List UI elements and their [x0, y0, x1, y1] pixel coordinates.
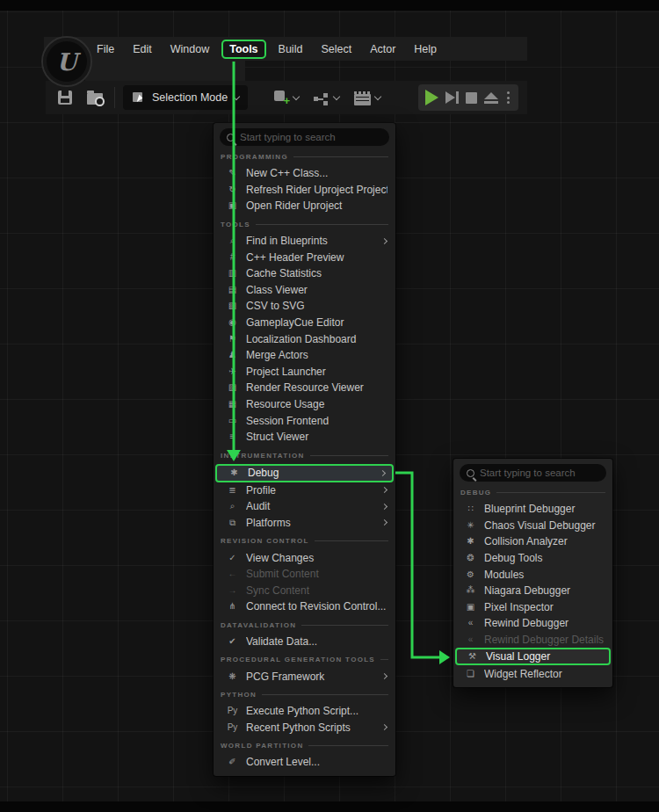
menu-item-pcg-framework[interactable]: ❋PCG Framework — [214, 668, 395, 685]
cinematics-dropdown[interactable] — [351, 84, 384, 111]
debug-submenu-search-input[interactable]: Start typing to search — [460, 464, 606, 482]
menu-item-label: Execute Python Script... — [246, 705, 387, 717]
menubar-item-file[interactable]: File — [97, 43, 114, 55]
menu-item-niagara-debugger[interactable]: ⁂Niagara Debugger — [453, 583, 612, 599]
selection-mode-dropdown[interactable]: Selection Mode — [123, 85, 248, 110]
menu-item-session-frontend[interactable]: ▭Session Frontend — [214, 412, 395, 429]
section-header-python: PYTHON — [221, 689, 388, 700]
menu-item-c-header-preview[interactable]: #C++ Header Preview — [214, 249, 395, 265]
menu-item-project-launcher[interactable]: ✈Project Launcher — [214, 364, 395, 381]
section-header-revision-control: REVISION CONTROL — [221, 535, 388, 547]
unreal-editor-viewport: FileEditWindowToolsBuildSelectActorHelp … — [0, 0, 659, 812]
cpp-header-preview-icon: # — [226, 253, 239, 262]
menu-item-collision-analyzer[interactable]: ✱Collision Analyzer — [453, 533, 612, 550]
menu-item-debug-tools[interactable]: ❂Debug Tools — [453, 550, 612, 567]
menu-item-label: Validate Data... — [246, 635, 387, 648]
menu-item-view-changes[interactable]: ✓View Changes — [214, 549, 395, 566]
menu-item-csv-to-svg[interactable]: ▧CSV to SVG — [214, 298, 395, 315]
frame-skip-button[interactable] — [445, 91, 459, 104]
rider-refresh-icon: ↻ — [226, 185, 239, 194]
menu-item-find-in-blueprints[interactable]: ⌕Find in Blueprints — [214, 233, 395, 250]
more-options-button[interactable] — [505, 91, 511, 104]
section-divider — [308, 745, 388, 746]
menu-item-rewind-debugger-details[interactable]: «Rewind Debugger Details — [453, 632, 612, 649]
menu-item-widget-reflector[interactable]: ❏Widget Reflector — [453, 665, 612, 682]
section-header-programming: PROGRAMMING — [221, 151, 388, 163]
menubar-item-window[interactable]: Window — [170, 43, 209, 55]
section-header-tools: TOOLS — [221, 219, 388, 230]
chevron-down-icon — [293, 92, 300, 99]
save-button[interactable] — [54, 84, 76, 111]
section-divider — [256, 224, 388, 225]
submenu-chevron-icon — [381, 238, 387, 244]
menu-item-label: Collision Analyzer — [484, 535, 605, 547]
menu-item-convert-level[interactable]: ✐Convert Level... — [214, 754, 395, 771]
menu-item-platforms[interactable]: ⧉Platforms — [214, 515, 395, 532]
unreal-engine-logo-icon[interactable]: U — [41, 36, 92, 87]
menu-item-label: Blueprint Debugger — [484, 503, 605, 515]
menu-item-new-c-class[interactable]: ✎New C++ Class... — [214, 165, 395, 182]
menu-item-gameplaycue-editor[interactable]: ◉GameplayCue Editor — [214, 315, 395, 331]
section-divider — [315, 540, 388, 541]
eject-button[interactable] — [484, 92, 498, 104]
menu-item-submit-content[interactable]: ←Submit Content — [214, 566, 395, 583]
menu-item-resource-usage[interactable]: ▦Resource Usage — [214, 396, 395, 413]
menu-item-render-resource-viewer[interactable]: ▨Render Resource Viewer — [214, 380, 395, 396]
menubar-item-tools[interactable]: Tools — [221, 40, 265, 59]
play-button[interactable] — [425, 90, 438, 105]
menu-item-label: Sync Content — [246, 584, 387, 597]
menu-item-pixel-inspector[interactable]: ▣Pixel Inspector — [453, 599, 612, 616]
menu-item-class-viewer[interactable]: ▤Class Viewer — [214, 282, 395, 299]
debug-submenu-panel: Start typing to search DEBUG∷Blueprint D… — [453, 459, 612, 687]
tools-menu-search-input[interactable]: Start typing to search — [220, 128, 389, 146]
section-divider — [496, 492, 605, 493]
menubar-item-actor[interactable]: Actor — [370, 43, 395, 55]
menu-item-open-rider-uproject[interactable]: ▣Open Rider Uproject — [214, 198, 395, 214]
section-header-label: PYTHON — [221, 691, 257, 699]
widget-reflector-icon: ❏ — [464, 670, 477, 678]
menu-item-localization-dashboard[interactable]: ⚑Localization Dashboard — [214, 330, 395, 347]
menubar-item-help[interactable]: Help — [414, 43, 437, 55]
section-divider — [301, 625, 388, 626]
session-frontend-icon: ▭ — [226, 417, 239, 425]
section-header-label: REVISION CONTROL — [221, 537, 309, 545]
menubar-item-build[interactable]: Build — [279, 43, 303, 55]
menu-item-modules[interactable]: ⚙Modules — [453, 566, 612, 583]
menubar-item-edit[interactable]: Edit — [133, 43, 152, 55]
toolbar: Selection Mode + — [46, 81, 527, 114]
menu-item-validate-data[interactable]: ✔Validate Data... — [214, 634, 395, 650]
menu-item-label: GameplayCue Editor — [246, 316, 387, 329]
menu-item-profile[interactable]: ≣Profile — [214, 482, 395, 499]
menu-item-blueprint-debugger[interactable]: ∷Blueprint Debugger — [453, 501, 612, 518]
section-header-instrumentation: INSTRUMENTATION — [221, 450, 388, 461]
platforms-icon: ⧉ — [226, 518, 239, 527]
menu-item-recent-python-scripts[interactable]: PyRecent Python Scripts — [214, 719, 395, 736]
menubar-item-select[interactable]: Select — [321, 43, 351, 55]
menu-item-label: Debug — [248, 467, 373, 479]
menu-item-struct-viewer[interactable]: ≡Struct Viewer — [214, 429, 395, 446]
chevron-down-icon — [233, 92, 240, 99]
menu-item-execute-python-script[interactable]: PyExecute Python Script... — [214, 703, 395, 720]
section-header-datavalidation: DATAVALIDATION — [221, 620, 388, 631]
modules-icon: ⚙ — [464, 570, 477, 579]
submenu-chevron-icon — [381, 487, 387, 493]
submenu-chevron-icon — [380, 469, 386, 475]
menu-item-cache-statistics[interactable]: ▥Cache Statistics — [214, 265, 395, 282]
menu-item-rewind-debugger[interactable]: «Rewind Debugger — [453, 615, 612, 632]
menu-item-refresh-rider-uproject-project[interactable]: ↻Refresh Rider Uproject Project — [214, 182, 395, 199]
menu-item-sync-content[interactable]: →Sync Content — [214, 582, 395, 598]
top-letterbox-bar — [0, 0, 659, 11]
blueprints-dropdown[interactable] — [310, 84, 343, 111]
content-browser-button[interactable] — [83, 84, 106, 111]
section-header-label: PROCEDURAL GENERATION TOOLS — [221, 656, 375, 663]
menu-item-label: Convert Level... — [246, 756, 387, 768]
add-actor-dropdown[interactable]: + — [271, 84, 302, 111]
menu-item-visual-logger[interactable]: ⚒Visual Logger — [455, 648, 611, 665]
menu-item-chaos-visual-debugger[interactable]: ✳Chaos Visual Debugger — [453, 518, 612, 534]
stop-button[interactable] — [466, 92, 477, 104]
submenu-chevron-icon — [381, 504, 387, 510]
menu-item-merge-actors[interactable]: ♟Merge Actors — [214, 347, 395, 364]
menu-item-connect-to-revision-control[interactable]: ⋔Connect to Revision Control... — [214, 598, 395, 615]
menu-item-debug[interactable]: ✱Debug — [215, 464, 394, 482]
menu-item-audit[interactable]: ⌕Audit — [214, 498, 395, 515]
